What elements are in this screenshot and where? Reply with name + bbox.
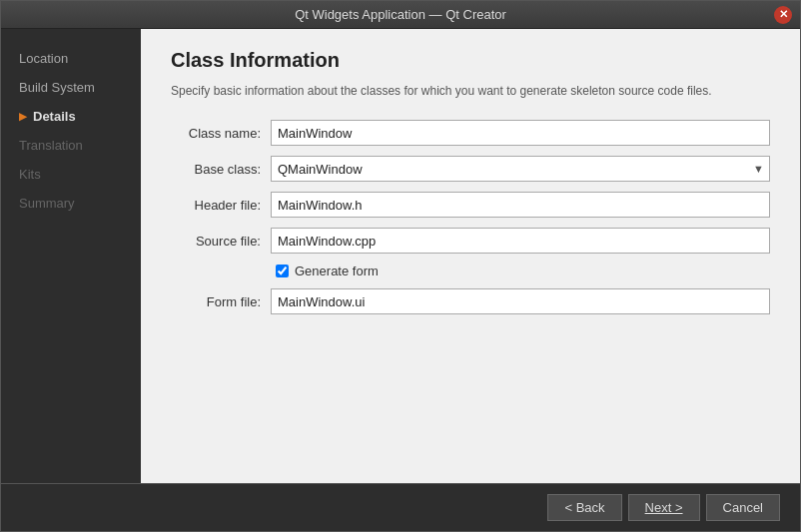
- main-content: Class Information Specify basic informat…: [141, 29, 800, 483]
- footer: < Back Next > Cancel: [1, 483, 800, 531]
- base-class-select[interactable]: QMainWindow QWidget QDialog: [271, 156, 770, 182]
- page-title: Class Information: [171, 49, 770, 72]
- back-button[interactable]: < Back: [547, 494, 621, 521]
- next-button[interactable]: Next >: [628, 494, 700, 521]
- form-file-label: Form file:: [171, 294, 261, 309]
- window-title: Qt Widgets Application — Qt Creator: [295, 7, 506, 22]
- form-file-input[interactable]: [271, 288, 770, 314]
- sidebar-item-details[interactable]: Details: [11, 107, 131, 126]
- sidebar-item-summary: Summary: [11, 194, 131, 213]
- generate-form-row: Generate form: [171, 264, 770, 278]
- sidebar-item-location[interactable]: Location: [11, 49, 131, 68]
- class-name-row: Class name:: [171, 120, 770, 146]
- dialog: Qt Widgets Application — Qt Creator ✕ Lo…: [0, 0, 801, 532]
- source-file-label: Source file:: [171, 234, 261, 249]
- generate-form-checkbox[interactable]: [276, 265, 289, 277]
- close-button[interactable]: ✕: [774, 6, 792, 24]
- content-area: Location Build System Details Translatio…: [1, 29, 800, 483]
- header-file-label: Header file:: [171, 198, 261, 213]
- class-name-input[interactable]: [271, 120, 770, 146]
- header-file-row: Header file:: [171, 192, 770, 218]
- source-file-input[interactable]: [271, 228, 770, 254]
- sidebar: Location Build System Details Translatio…: [1, 29, 141, 483]
- base-class-label: Base class:: [171, 162, 261, 177]
- class-name-label: Class name:: [171, 126, 261, 141]
- title-bar: Qt Widgets Application — Qt Creator ✕: [1, 1, 800, 29]
- sidebar-item-translation: Translation: [11, 136, 131, 155]
- base-class-row: Base class: QMainWindow QWidget QDialog …: [171, 156, 770, 182]
- form-area: Class name: Base class: QMainWindow QWid…: [171, 120, 770, 314]
- header-file-input[interactable]: [271, 192, 770, 218]
- generate-form-label[interactable]: Generate form: [295, 264, 379, 278]
- sidebar-item-kits: Kits: [11, 165, 131, 184]
- source-file-row: Source file:: [171, 228, 770, 254]
- form-file-row: Form file:: [171, 288, 770, 314]
- description: Specify basic information about the clas…: [171, 82, 770, 100]
- cancel-button[interactable]: Cancel: [706, 494, 780, 521]
- sidebar-item-build-system[interactable]: Build System: [11, 78, 131, 97]
- base-class-select-wrap: QMainWindow QWidget QDialog ▼: [271, 156, 770, 182]
